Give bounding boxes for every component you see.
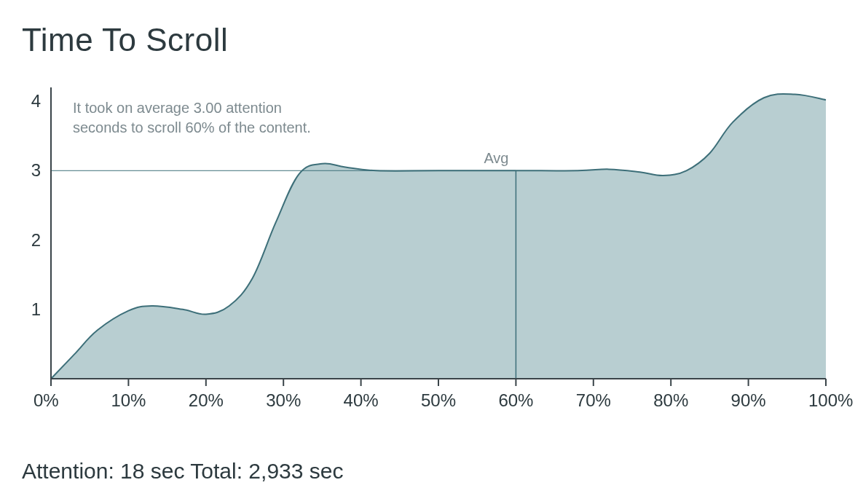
y-tick-label: 3	[31, 160, 41, 181]
x-tick-label: 60%	[498, 390, 533, 411]
total-value: 2,933 sec	[248, 459, 343, 483]
x-tick-label: 70%	[576, 390, 611, 411]
avg-label: Avg	[484, 150, 508, 167]
x-tick-label: 10%	[111, 390, 146, 411]
chart-annotation: It took on average 3.00 attention second…	[73, 98, 311, 138]
y-tick-label: 2	[31, 230, 41, 251]
x-tick-label: 80%	[653, 390, 688, 411]
chart-footer: Attention: 18 sec Total: 2,933 sec	[22, 459, 343, 484]
x-tick-label: 20%	[189, 390, 224, 411]
x-tick-label: 30%	[266, 390, 301, 411]
attention-label: Attention:	[22, 459, 114, 483]
x-tick-label: 40%	[344, 390, 379, 411]
y-tick-label: 1	[31, 299, 41, 320]
chart-area: 12340%10%20%30%40%50%60%70%80%90%100%It …	[22, 87, 833, 422]
chart-title: Time To Scroll	[22, 22, 228, 58]
x-tick-label: 50%	[421, 390, 456, 411]
x-tick-label: 0%	[34, 390, 59, 411]
total-label: Total:	[190, 459, 243, 483]
x-tick-label: 100%	[808, 390, 853, 411]
x-tick-label: 90%	[731, 390, 766, 411]
y-tick-label: 4	[31, 91, 41, 111]
attention-value: 18 sec	[120, 459, 184, 483]
